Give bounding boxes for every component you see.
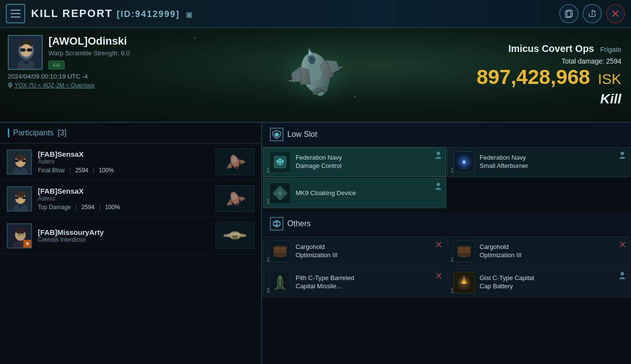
- eq-name: Federation NavyDamage Control: [296, 154, 440, 170]
- others-section: Others 1 III: [262, 210, 631, 298]
- svg-rect-54: [15, 197, 18, 199]
- svg-point-102: [278, 191, 282, 195]
- isk-value: 897,428,968: [477, 67, 590, 87]
- pilot-details: [AWOL]Odinski Warp Scramble Strength: 8.…: [49, 35, 157, 69]
- participant-info: [FAB]MissouryArty Celestis Interdictor: [38, 228, 210, 243]
- svg-rect-118: [459, 248, 463, 252]
- menu-button[interactable]: [6, 4, 25, 23]
- low-slot-title: Low Slot: [287, 130, 317, 139]
- svg-rect-40: [22, 160, 26, 162]
- svg-rect-120: [459, 252, 469, 255]
- person-icon: [435, 182, 442, 192]
- participant-avatar: [7, 186, 32, 212]
- participant-name: [FAB]SensaX: [38, 150, 210, 158]
- result-label: Kill: [600, 91, 621, 107]
- participant-name: [FAB]MissouryArty: [38, 228, 210, 236]
- victim-section: [AWOL]Odinski Warp Scramble Strength: 8.…: [0, 28, 631, 123]
- close-icon: [436, 241, 442, 249]
- eq-icon: [453, 151, 475, 173]
- svg-marker-77: [232, 235, 238, 239]
- pilot-name: [AWOL]Odinski: [49, 35, 157, 48]
- eq-icon: [269, 272, 291, 293]
- others-icon: [270, 217, 283, 231]
- eq-icon: III: [269, 241, 291, 262]
- participant-ship-image: [216, 185, 254, 212]
- equipment-item[interactable]: 1 III CargoholdOptimization III: [447, 236, 630, 266]
- svg-point-53: [16, 191, 25, 197]
- svg-point-95: [463, 161, 465, 164]
- location-link[interactable]: YQX-7U < 4QZ-2M < Querious: [8, 82, 157, 89]
- equipment-item[interactable]: 1 Federation NavySmall Afterburner: [447, 147, 630, 177]
- equipment-item[interactable]: 1 Federation NavyDamage Control: [263, 147, 446, 177]
- participant-row[interactable]: [FAB]SensaX Astero Final Blow | 2594 | 1…: [0, 144, 261, 181]
- person-icon: [619, 272, 626, 281]
- timestamp: 2024/04/09 00:10:19 UTC -4: [8, 73, 157, 80]
- eq-name: Pith C-Type BarreledCapital Missile...: [296, 274, 440, 291]
- participants-title: Participants [3]: [8, 129, 66, 137]
- eq-name: Federation NavySmall Afterburner: [480, 154, 624, 170]
- others-header: Others: [262, 212, 631, 235]
- equipment-item[interactable]: 1: [447, 267, 630, 298]
- header-title: KILL REPORT [ID:9412999] ▣: [31, 7, 559, 20]
- participant-ship: Astero: [38, 195, 210, 202]
- svg-text:III: III: [279, 255, 282, 258]
- svg-point-68: [16, 228, 25, 234]
- share-button[interactable]: [582, 4, 602, 23]
- close-button[interactable]: [606, 4, 625, 23]
- header-actions: [559, 4, 625, 23]
- svg-rect-110: [275, 248, 279, 252]
- eq-info: MK9 Cloaking Device: [296, 189, 440, 198]
- svg-point-139: [621, 272, 624, 276]
- isk-label: ISK: [598, 71, 621, 87]
- svg-rect-129: [279, 277, 281, 286]
- low-slot-grid: 1 Federation NavyDamage Control: [262, 146, 631, 209]
- copy-button[interactable]: [559, 4, 579, 23]
- svg-text:III: III: [463, 255, 465, 258]
- participant-info: [FAB]SensaX Astero Final Blow | 2594 | 1…: [38, 150, 210, 174]
- svg-point-96: [621, 152, 624, 155]
- participants-panel: Participants [3] [FAB]SensaX: [0, 123, 262, 364]
- kill-badge: Kill: [49, 61, 65, 69]
- close-icon: [436, 272, 442, 281]
- equipment-item[interactable]: 3 Pith C-Type BarreledCa: [263, 267, 446, 298]
- participant-row[interactable]: ★ [FAB]MissouryArty Celestis Interdictor: [0, 217, 261, 254]
- svg-point-16: [10, 84, 11, 85]
- avatar: [8, 35, 43, 70]
- warp-scramble: Warp Scramble Strength: 8.0: [49, 50, 157, 57]
- eq-name: MK9 Cloaking Device: [296, 189, 440, 198]
- others-title: Others: [287, 219, 311, 228]
- pilot-row: [AWOL]Odinski Warp Scramble Strength: 8.…: [8, 35, 157, 70]
- total-damage: Total damage: 2594: [562, 57, 621, 65]
- svg-rect-112: [275, 252, 285, 255]
- eq-icon: III: [453, 241, 475, 262]
- eq-name: CargoholdOptimization III: [296, 243, 440, 260]
- participant-stats: Final Blow | 2594 | 100%: [38, 167, 210, 174]
- participant-avatar: ★: [7, 223, 32, 248]
- equipment-panel: Low Slot 1: [262, 123, 631, 364]
- eq-info: Gist C-Type CapitalCap Battery: [480, 274, 624, 291]
- svg-point-103: [437, 183, 440, 186]
- ship-stats: Imicus Covert Ops Frigate Total damage: …: [467, 28, 631, 122]
- svg-rect-78: [228, 235, 231, 236]
- eq-info: Federation NavySmall Afterburner: [480, 154, 624, 170]
- others-grid: 1 III Carg: [262, 235, 631, 298]
- svg-point-69: [17, 233, 21, 236]
- ship-type: Frigate: [600, 46, 621, 53]
- eq-info: Pith C-Type BarreledCapital Missile...: [296, 274, 440, 291]
- svg-marker-74: [230, 233, 240, 235]
- participant-row[interactable]: [FAB]SensaX Astero Top Damage | 2594 | 1…: [0, 181, 261, 217]
- eq-icon: [453, 272, 475, 293]
- person-icon: [435, 151, 442, 161]
- participant-ship: Celestis Interdictor: [38, 236, 210, 243]
- svg-point-70: [22, 233, 25, 235]
- participant-ship-image: [216, 149, 254, 175]
- svg-rect-11: [20, 49, 25, 51]
- eq-icon: [269, 182, 291, 204]
- low-slot-icon: [270, 128, 283, 141]
- equipment-item[interactable]: 1 III Carg: [263, 236, 446, 266]
- svg-rect-79: [239, 235, 242, 236]
- svg-rect-81: [275, 134, 279, 135]
- svg-point-38: [16, 154, 25, 160]
- participant-info: [FAB]SensaX Astero Top Damage | 2594 | 1…: [38, 187, 210, 211]
- equipment-item[interactable]: 1 MK9 Cloaking Device: [263, 178, 446, 208]
